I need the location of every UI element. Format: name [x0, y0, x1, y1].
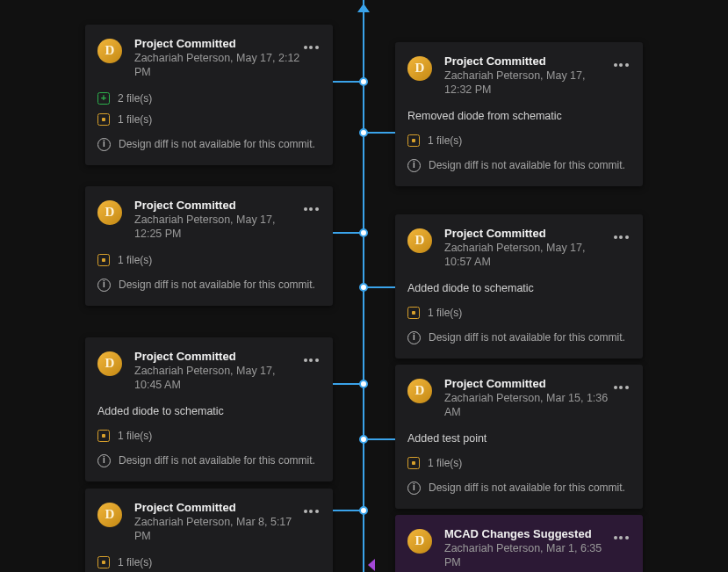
timeline-node-icon	[359, 77, 368, 86]
info-icon: i	[407, 159, 421, 172]
commit-byline: Zachariah Peterson, May 17, 10:45 AM	[134, 365, 301, 392]
commit-card[interactable]: Project CommittedZachariah Peterson, Mar…	[85, 489, 333, 572]
file-count-label: 1 file(s)	[428, 134, 462, 147]
file-row[interactable]: 1 file(s)	[97, 113, 321, 126]
file-row[interactable]: +2 file(s)	[97, 92, 321, 105]
avatar	[407, 529, 432, 554]
avatar	[97, 503, 122, 527]
info-icon: i	[97, 138, 111, 151]
timeline-connector	[364, 286, 395, 288]
file-count-label: 1 file(s)	[118, 430, 152, 442]
commit-byline: Zachariah Peterson, Mar 1, 6:35 PM	[444, 542, 611, 569]
commit-card[interactable]: Project CommittedZachariah Peterson, May…	[85, 186, 333, 306]
timeline-connector	[333, 383, 363, 385]
timeline-node-icon	[359, 380, 368, 388]
info-text: Design diff is not available for this co…	[429, 481, 625, 494]
file-modified-icon	[97, 254, 110, 266]
timeline-node-icon	[359, 228, 368, 237]
info-icon: i	[407, 481, 421, 495]
more-options-button[interactable]	[301, 201, 321, 217]
info-row: iDesign diff is not available for this c…	[407, 159, 631, 172]
file-modified-icon	[97, 556, 110, 568]
more-options-button[interactable]	[611, 380, 631, 395]
commit-message: Added diode to schematic	[97, 405, 321, 417]
commit-title: Project Committed	[134, 501, 301, 515]
info-row: iDesign diff is not available for this c…	[407, 481, 631, 495]
file-row[interactable]: 1 file(s)	[407, 457, 631, 469]
file-modified-icon	[407, 457, 420, 469]
info-text: Design diff is not available for this co…	[429, 159, 625, 171]
file-row[interactable]: 1 file(s)	[407, 134, 631, 147]
commit-title: Project Committed	[134, 37, 301, 51]
commit-title: Project Committed	[134, 199, 301, 213]
commit-card[interactable]: Project CommittedZachariah Peterson, May…	[85, 25, 333, 165]
commit-message: Added test point	[407, 432, 631, 445]
more-options-button[interactable]	[301, 503, 321, 519]
more-options-button[interactable]	[301, 40, 321, 55]
info-row: iDesign diff is not available for this c…	[97, 279, 321, 292]
commit-card[interactable]: Project CommittedZachariah Peterson, May…	[85, 337, 333, 481]
avatar	[407, 379, 432, 403]
file-count-label: 1 file(s)	[118, 113, 152, 126]
commit-title: Project Committed	[444, 377, 611, 391]
commit-card[interactable]: Project CommittedZachariah Peterson, May…	[395, 214, 643, 358]
file-count-label: 1 file(s)	[118, 556, 152, 568]
file-modified-icon	[407, 134, 420, 147]
commit-card[interactable]: Project CommittedZachariah Peterson, Mar…	[395, 365, 643, 509]
timeline-connector	[364, 132, 395, 134]
commit-title: MCAD Changes Suggested	[444, 527, 611, 541]
timeline-node-icon	[359, 435, 368, 444]
file-modified-icon	[407, 307, 420, 319]
file-row[interactable]: 1 file(s)	[97, 430, 321, 442]
file-count-label: 2 file(s)	[118, 92, 152, 105]
timeline-node-icon	[359, 283, 368, 292]
avatar	[97, 200, 122, 225]
commit-message: Removed diode from schematic	[407, 110, 631, 122]
file-count-label: 1 file(s)	[118, 254, 152, 266]
commit-byline: Zachariah Peterson, May 17, 12:25 PM	[134, 214, 301, 241]
info-icon: i	[97, 279, 111, 292]
timeline-arrow-icon	[357, 4, 370, 12]
commit-byline: Zachariah Peterson, Mar 15, 1:36 AM	[444, 392, 611, 419]
timeline-connector	[333, 81, 363, 83]
file-modified-icon	[97, 113, 110, 126]
info-row: iDesign diff is not available for this c…	[97, 454, 321, 467]
avatar	[97, 39, 122, 63]
info-row: iDesign diff is not available for this c…	[407, 331, 631, 344]
timeline-node-icon	[359, 128, 368, 137]
mcad-card[interactable]: MCAD Changes SuggestedZachariah Peterson…	[395, 515, 643, 572]
avatar	[407, 228, 432, 253]
info-text: Design diff is not available for this co…	[429, 331, 625, 344]
info-row: iDesign diff is not available for this c…	[97, 138, 321, 151]
avatar	[97, 351, 122, 376]
commit-byline: Zachariah Peterson, May 17, 10:57 AM	[444, 242, 611, 269]
timeline-connector	[333, 232, 363, 234]
file-count-label: 1 file(s)	[428, 457, 462, 469]
file-row[interactable]: 1 file(s)	[97, 556, 321, 568]
commit-title: Project Committed	[444, 54, 611, 69]
commit-card[interactable]: Project CommittedZachariah Peterson, May…	[395, 42, 643, 186]
more-options-button[interactable]	[611, 229, 631, 245]
file-modified-icon	[97, 430, 110, 442]
info-text: Design diff is not available for this co…	[119, 454, 315, 467]
timeline-connector	[333, 510, 363, 511]
commit-byline: Zachariah Peterson, Mar 8, 5:17 PM	[134, 516, 301, 543]
file-row[interactable]: 1 file(s)	[407, 307, 631, 319]
more-options-button[interactable]	[301, 352, 321, 368]
more-options-button[interactable]	[611, 57, 631, 73]
avatar	[407, 56, 432, 81]
commit-byline: Zachariah Peterson, May 17, 2:12 PM	[134, 52, 301, 79]
info-icon: i	[407, 331, 421, 344]
info-text: Design diff is not available for this co…	[119, 279, 315, 291]
file-count-label: 1 file(s)	[428, 307, 462, 319]
info-text: Design diff is not available for this co…	[119, 138, 315, 150]
commit-byline: Zachariah Peterson, May 17, 12:32 PM	[444, 69, 611, 97]
file-row[interactable]: 1 file(s)	[97, 254, 321, 266]
more-options-button[interactable]	[611, 530, 631, 546]
commit-message: Added diode to schematic	[407, 282, 631, 294]
commit-title: Project Committed	[134, 350, 301, 364]
commit-title: Project Committed	[444, 227, 611, 241]
file-added-icon: +	[97, 92, 110, 105]
timeline-node-icon	[359, 506, 368, 515]
info-icon: i	[97, 454, 111, 467]
